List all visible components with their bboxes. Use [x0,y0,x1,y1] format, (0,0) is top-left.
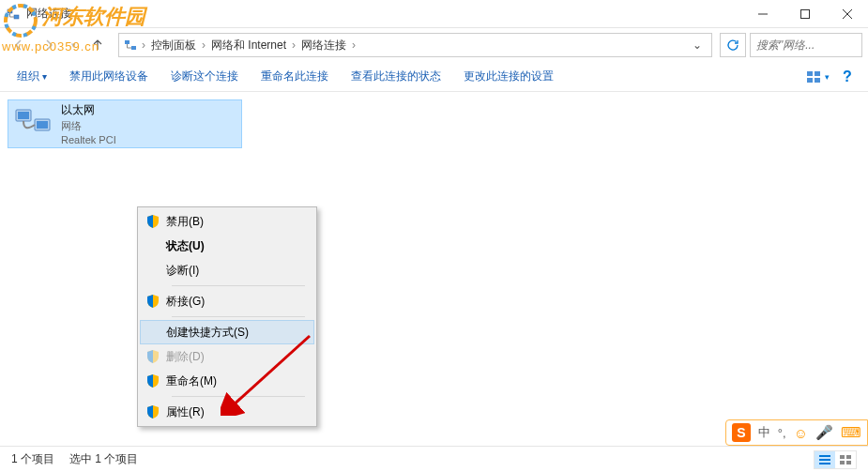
refresh-button[interactable] [720,33,746,57]
chevron-right-icon: › [352,38,356,52]
svg-rect-2 [8,9,12,13]
svg-rect-22 [846,461,851,464]
titlebar: 网络连接 [0,0,868,28]
back-button[interactable] [6,32,32,58]
details-view-button[interactable] [815,451,835,468]
ime-toolbar[interactable]: S 中 °, ☺ 🎤 ⌨ [725,419,868,446]
ethernet-icon [12,106,53,142]
forward-button[interactable] [36,32,62,58]
menu-separator [172,316,305,317]
up-button[interactable] [84,32,111,58]
menu-status[interactable]: 状态(U) [140,234,314,258]
svg-rect-19 [840,455,845,459]
svg-rect-13 [18,112,29,119]
ime-punct-icon[interactable]: °, [778,426,786,440]
disable-device-button[interactable]: 禁用此网络设备 [60,65,158,88]
shield-icon [145,373,160,388]
view-status-button[interactable]: 查看此连接的状态 [342,65,450,88]
search-input[interactable] [756,38,831,52]
menu-bridge[interactable]: 桥接(G) [140,289,314,313]
shield-icon [145,404,160,419]
svg-rect-5 [125,40,129,44]
connection-device: Realtek PCI [61,134,116,145]
shield-icon [145,214,160,229]
menu-shortcut[interactable]: 创建快捷方式(S) [140,320,314,344]
close-button[interactable] [826,0,868,28]
content-area[interactable]: 以太网 网络 Realtek PCI 禁用(B) 状态(U) 诊断(I) 桥接(… [0,92,868,449]
shield-icon [145,294,160,309]
svg-rect-4 [800,9,809,18]
network-icon [123,38,138,53]
breadcrumb[interactable]: › 控制面板 › 网络和 Internet › 网络连接 › ⌄ [118,33,712,57]
organize-dropdown[interactable]: 组织 [8,65,56,88]
rename-button[interactable]: 重命名此连接 [251,65,338,88]
menu-delete: 删除(D) [140,344,314,369]
help-button[interactable]: ? [834,66,860,88]
breadcrumb-item[interactable]: 网络连接 [296,38,352,53]
menu-diagnose[interactable]: 诊断(I) [140,258,314,282]
svg-rect-7 [807,71,813,76]
ime-logo-icon[interactable]: S [732,423,751,442]
svg-rect-8 [815,71,820,76]
breadcrumb-item[interactable]: 控制面板 [145,38,202,53]
maximize-button[interactable] [784,0,826,28]
selected-count: 选中 1 个项目 [69,451,138,467]
connection-name: 以太网 [61,102,116,118]
ime-mic-icon[interactable]: 🎤 [815,424,833,441]
svg-rect-20 [846,455,851,459]
minimize-button[interactable] [741,0,784,28]
ime-emoji-icon[interactable]: ☺ [794,425,808,441]
statusbar: 1 个项目 选中 1 个项目 [0,446,868,472]
network-icon [6,7,21,22]
view-options-button[interactable]: ▾ [804,66,830,88]
history-dropdown[interactable]: ▾ [66,32,81,58]
menu-properties[interactable]: 属性(R) [140,400,314,424]
toolbar: 组织 禁用此网络设备 诊断这个连接 重命名此连接 查看此连接的状态 更改此连接的… [0,62,868,92]
svg-rect-14 [37,121,48,129]
change-settings-button[interactable]: 更改此连接的设置 [454,65,563,88]
menu-disable[interactable]: 禁用(B) [140,209,314,234]
icons-view-button[interactable] [835,451,856,468]
svg-rect-21 [840,461,845,464]
menu-separator [172,396,305,397]
ime-mode[interactable]: 中 [758,424,770,441]
view-toggle [814,450,857,469]
ime-keyboard-icon[interactable]: ⌨ [841,424,861,441]
context-menu: 禁用(B) 状态(U) 诊断(I) 桥接(G) 创建快捷方式(S) 删除(D) … [137,206,317,427]
search-box[interactable] [750,33,862,57]
svg-rect-9 [807,78,813,83]
diagnose-button[interactable]: 诊断这个连接 [161,65,248,88]
connection-status: 网络 [61,119,116,133]
breadcrumb-dropdown[interactable]: ⌄ [687,38,708,52]
connection-item[interactable]: 以太网 网络 Realtek PCI [8,99,242,148]
breadcrumb-item[interactable]: 网络和 Internet [206,38,292,53]
window-title: 网络连接 [26,6,741,22]
svg-rect-16 [819,455,830,457]
svg-rect-6 [131,46,136,50]
menu-rename[interactable]: 重命名(M) [140,369,314,393]
svg-rect-3 [14,15,19,19]
shield-icon [145,349,160,364]
menu-separator [172,285,305,286]
item-count: 1 个项目 [11,451,54,467]
svg-rect-18 [819,463,830,464]
svg-rect-17 [819,459,830,461]
navbar: ▾ › 控制面板 › 网络和 Internet › 网络连接 › ⌄ [0,28,868,62]
svg-rect-10 [815,78,820,83]
